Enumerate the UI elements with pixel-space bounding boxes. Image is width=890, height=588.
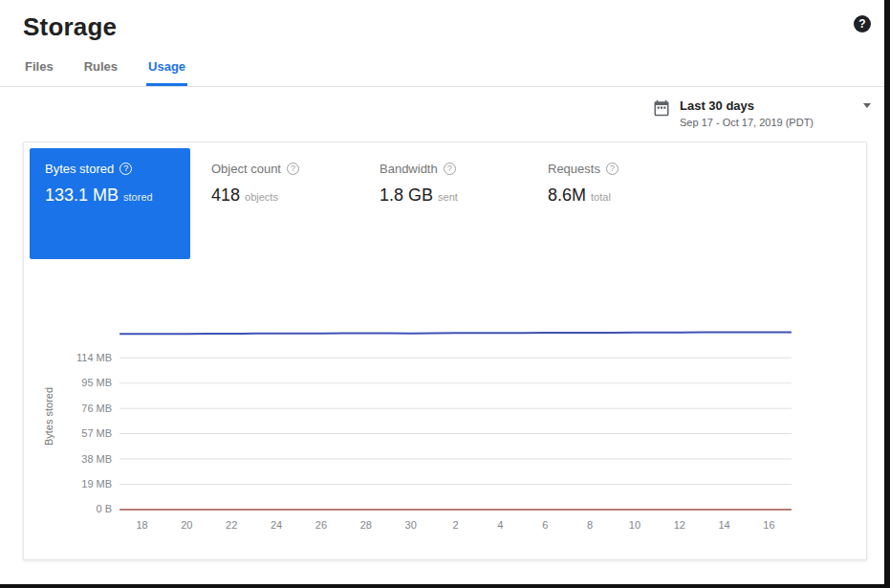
svg-text:0 B: 0 B	[97, 504, 113, 515]
date-range-label: Last 30 days	[680, 98, 840, 113]
svg-text:2: 2	[452, 519, 458, 531]
svg-text:114 MB: 114 MB	[76, 352, 112, 363]
metric-value-row: 8.6M total	[548, 185, 680, 206]
toolbar: Last 30 days Sep 17 - Oct 17, 2019 (PDT)	[0, 87, 884, 138]
metric-card-requests[interactable]: Requests ? 8.6M total	[532, 148, 695, 219]
tab-rules[interactable]: Rules	[82, 57, 119, 86]
metric-label: Object count	[211, 162, 281, 176]
svg-text:19 MB: 19 MB	[81, 478, 112, 490]
metric-unit: sent	[438, 191, 458, 203]
svg-text:14: 14	[719, 519, 730, 531]
help-icon[interactable]: ?	[287, 163, 299, 175]
svg-text:12: 12	[674, 519, 685, 531]
date-range-sublabel: Sep 17 - Oct 17, 2019 (PDT)	[680, 117, 840, 128]
metric-unit: stored	[123, 191, 153, 203]
date-range-selector[interactable]: Last 30 days Sep 17 - Oct 17, 2019 (PDT)	[653, 98, 871, 128]
metric-value: 418	[211, 185, 240, 205]
help-icon[interactable]: ?	[444, 163, 456, 175]
metric-label: Bandwidth	[380, 162, 438, 176]
svg-text:16: 16	[763, 519, 774, 531]
metric-label-row: Bandwidth ?	[380, 162, 511, 176]
metric-label-row: Requests ?	[548, 162, 680, 176]
page-title: Storage	[23, 11, 117, 42]
svg-text:30: 30	[405, 519, 417, 531]
date-range-text: Last 30 days Sep 17 - Oct 17, 2019 (PDT)	[680, 98, 840, 128]
svg-text:95 MB: 95 MB	[81, 377, 112, 388]
svg-text:6: 6	[542, 519, 548, 531]
tab-bar: Files Rules Usage	[0, 42, 884, 87]
calendar-icon	[653, 99, 670, 120]
metric-value: 8.6M	[548, 185, 586, 205]
metric-label: Bytes stored	[45, 162, 114, 176]
svg-text:76 MB: 76 MB	[81, 403, 112, 414]
tab-files[interactable]: Files	[23, 57, 55, 86]
help-icon[interactable]: ?	[606, 163, 619, 175]
metric-value: 1.8 GB	[380, 185, 433, 205]
svg-text:20: 20	[181, 519, 192, 531]
metric-label-row: Bytes stored ?	[45, 162, 175, 176]
chart-area: 114 MB95 MB76 MB57 MB38 MB19 MB0 B182022…	[24, 316, 866, 540]
svg-text:24: 24	[271, 519, 282, 531]
metric-label: Requests	[548, 162, 600, 176]
usage-line-chart: 114 MB95 MB76 MB57 MB38 MB19 MB0 B182022…	[24, 316, 866, 540]
tab-usage[interactable]: Usage	[146, 57, 187, 86]
metric-value: 133.1 MB	[45, 185, 119, 205]
storage-page: Storage ? Files Rules Usage Last 30 days…	[0, 0, 884, 584]
svg-text:22: 22	[226, 519, 237, 531]
svg-text:8: 8	[587, 519, 593, 531]
metric-value-row: 1.8 GB sent	[380, 185, 511, 206]
svg-text:38 MB: 38 MB	[81, 453, 112, 465]
svg-text:4: 4	[497, 519, 503, 531]
svg-text:57 MB: 57 MB	[81, 427, 112, 439]
metric-unit: total	[591, 191, 611, 203]
usage-panel: Bytes stored ? 133.1 MB stored Object co…	[23, 142, 867, 560]
svg-text:28: 28	[360, 519, 372, 531]
metric-unit: objects	[245, 191, 278, 203]
metric-card-object-count[interactable]: Object count ? 418 objects	[196, 148, 358, 219]
metric-card-bandwidth[interactable]: Bandwidth ? 1.8 GB sent	[364, 148, 527, 219]
metric-card-bytes-stored[interactable]: Bytes stored ? 133.1 MB stored	[30, 148, 190, 259]
help-icon[interactable]: ?	[119, 163, 132, 175]
metric-cards: Bytes stored ? 133.1 MB stored Object co…	[24, 142, 866, 265]
svg-text:Bytes stored: Bytes stored	[43, 387, 54, 446]
page-header: Storage ?	[0, 0, 884, 42]
svg-text:26: 26	[315, 519, 327, 531]
metric-value-row: 418 objects	[211, 185, 343, 206]
metric-value-row: 133.1 MB stored	[45, 185, 175, 206]
help-icon[interactable]: ?	[854, 15, 871, 33]
svg-text:10: 10	[629, 519, 640, 531]
dropdown-arrow-icon	[863, 103, 871, 108]
svg-text:18: 18	[136, 519, 147, 531]
metric-label-row: Object count ?	[211, 162, 343, 176]
